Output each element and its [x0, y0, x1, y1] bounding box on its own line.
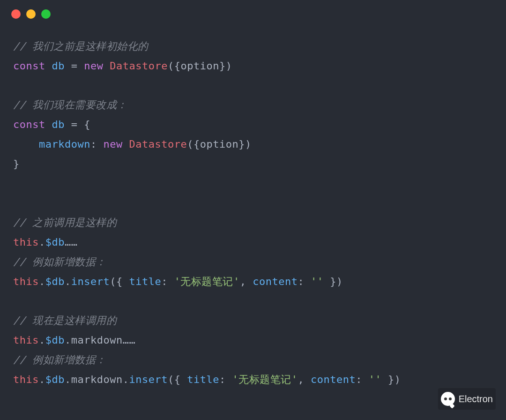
comment: // 我们现在需要改成：: [13, 99, 127, 111]
code-line: // 例如新增数据：: [13, 350, 493, 370]
code-line: // 现在是这样调用的: [13, 311, 493, 330]
comment: // 例如新增数据：: [13, 354, 106, 366]
code-line: markdown: new Datastore({option}): [13, 135, 493, 154]
code-line: [13, 291, 493, 311]
wechat-icon: [441, 392, 455, 406]
comment: // 之前调用是这样的: [13, 217, 117, 228]
watermark-label: Electron: [459, 390, 493, 408]
minimize-icon[interactable]: [26, 9, 36, 19]
code-line: // 之前调用是这样的: [13, 213, 493, 232]
comment: // 例如新增数据：: [13, 256, 106, 268]
code-line: const db = {: [13, 115, 493, 135]
code-line: // 我们现在需要改成：: [13, 95, 493, 115]
code-line: }: [13, 154, 493, 174]
code-block: // 我们之前是这样初始化的 const db = new Datastore(…: [0, 22, 506, 403]
code-line: this.$db……: [13, 232, 493, 252]
window-title-bar: [0, 0, 506, 22]
comment: // 我们之前是这样初始化的: [13, 40, 149, 52]
code-line: [13, 174, 493, 194]
code-line: this.$db.insert({ title: '无标题笔记', conten…: [13, 272, 493, 292]
close-icon[interactable]: [11, 9, 21, 19]
code-line: [13, 193, 493, 213]
watermark: Electron: [438, 388, 496, 410]
code-line: this.$db.markdown……: [13, 330, 493, 350]
code-line: // 例如新增数据：: [13, 252, 493, 272]
comment: // 现在是这样调用的: [13, 315, 117, 326]
code-line: // 我们之前是这样初始化的: [13, 37, 493, 56]
code-line: this.$db.markdown.insert({ title: '无标题笔记…: [13, 370, 493, 390]
code-line: [13, 76, 493, 96]
maximize-icon[interactable]: [41, 9, 51, 19]
code-line: const db = new Datastore({option}): [13, 56, 493, 76]
